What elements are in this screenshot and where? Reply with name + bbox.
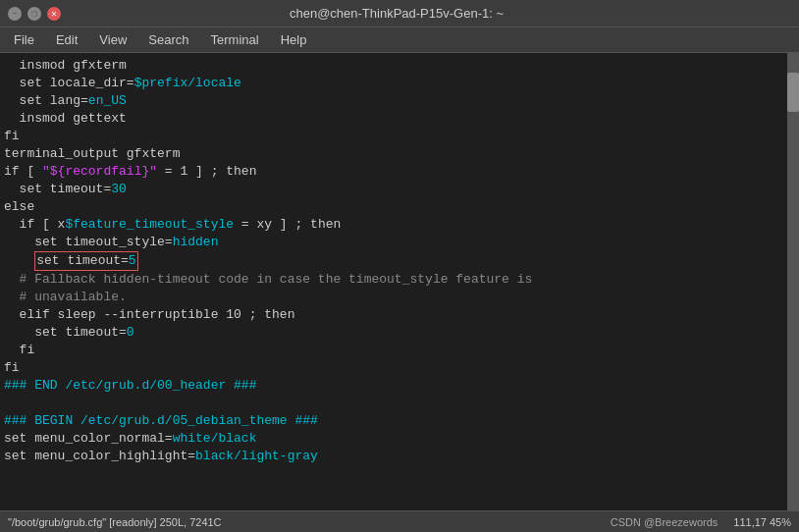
titlebar: – ❐ ✕ chen@chen-ThinkPad-P15v-Gen-1: ~ (0, 0, 799, 27)
code-line (0, 395, 787, 412)
code-line: set timeout=30 (0, 181, 787, 198)
code-line-highlighted: set timeout=5 (0, 251, 787, 271)
code-line: set timeout=0 (0, 324, 787, 342)
window-title: chen@chen-ThinkPad-P15v-Gen-1: ~ (61, 6, 732, 21)
code-area[interactable]: insmod gfxterm set locale_dir=$prefix/lo… (0, 53, 787, 510)
code-line: else (0, 198, 787, 216)
menubar: File Edit View Search Terminal Help (0, 27, 799, 53)
code-line: set timeout_style=hidden (0, 234, 787, 251)
code-line: insmod gfxterm (0, 57, 787, 75)
code-line: if [ x$feature_timeout_style = xy ] ; th… (0, 216, 787, 234)
code-line: insmod gettext (0, 110, 787, 128)
code-line: set lang=en_US (0, 92, 787, 110)
code-line: ### END /etc/grub.d/00_header ### (0, 377, 787, 395)
window-controls[interactable]: – ❐ ✕ (8, 7, 61, 21)
menu-file[interactable]: File (4, 30, 44, 49)
menu-terminal[interactable]: Terminal (201, 30, 269, 49)
code-line: set menu_color_highlight=black/light-gra… (0, 448, 787, 465)
code-line: terminal_output gfxterm (0, 145, 787, 163)
code-line: # unavailable. (0, 289, 787, 306)
code-line: fi (0, 342, 787, 359)
statusbar-position: 111,17 45% (733, 516, 791, 528)
watermark: CSDN @Breezewords (611, 516, 719, 528)
code-line: if [ "${recordfail}" = 1 ] ; then (0, 163, 787, 181)
menu-help[interactable]: Help (271, 30, 317, 49)
code-line: fi (0, 359, 787, 377)
code-line: elif sleep --interruptible 10 ; then (0, 306, 787, 324)
statusbar-file-info: "/boot/grub/grub.cfg" [readonly] 250L, 7… (8, 516, 222, 528)
code-line: set locale_dir=$prefix/locale (0, 75, 787, 92)
close-button[interactable]: ✕ (47, 7, 61, 21)
code-line: set menu_color_normal=white/black (0, 430, 787, 448)
code-line: # Fallback hidden-timeout code in case t… (0, 271, 787, 289)
scrollbar-thumb[interactable] (787, 73, 799, 112)
menu-view[interactable]: View (89, 30, 136, 49)
editor-container: insmod gfxterm set locale_dir=$prefix/lo… (0, 53, 799, 510)
code-line: ### BEGIN /etc/grub.d/05_debian_theme ##… (0, 412, 787, 430)
maximize-button[interactable]: ❐ (27, 7, 41, 21)
minimize-button[interactable]: – (8, 7, 22, 21)
menu-edit[interactable]: Edit (46, 30, 87, 49)
scrollbar[interactable] (787, 53, 799, 510)
menu-search[interactable]: Search (138, 30, 198, 49)
code-line: fi (0, 128, 787, 145)
statusbar: "/boot/grub/grub.cfg" [readonly] 250L, 7… (0, 510, 799, 532)
